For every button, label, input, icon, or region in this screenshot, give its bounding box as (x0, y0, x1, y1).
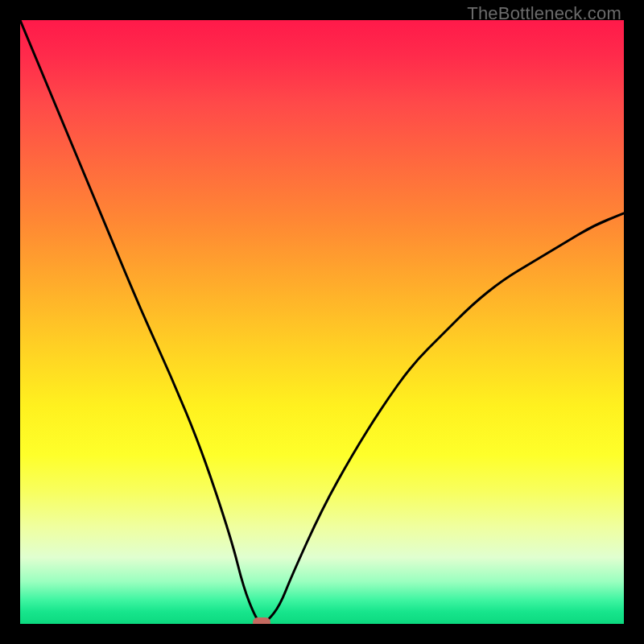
plot-area (20, 20, 624, 624)
curve-svg (20, 20, 624, 624)
trough-marker-icon (253, 617, 270, 624)
chart-frame: TheBottleneck.com (0, 0, 644, 644)
bottleneck-curve (20, 20, 624, 623)
